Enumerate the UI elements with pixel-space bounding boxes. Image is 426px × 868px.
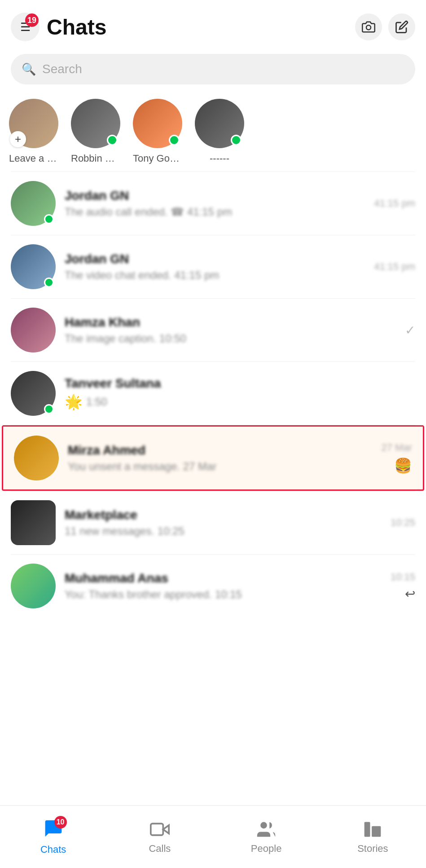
- chat-avatar-4: [11, 371, 56, 416]
- chat-avatar-1: [11, 181, 56, 226]
- nav-item-chats[interactable]: 10 Chats: [0, 806, 106, 868]
- reply-icon-7: ↩: [405, 586, 415, 601]
- chat-info-2: Jordan GN The video chat ended. 41:15 pm: [65, 252, 365, 282]
- story-avatar-wrap-2: [71, 99, 120, 148]
- chat-list: Jordan GN The audio call ended. ☎ 41:15 …: [0, 172, 426, 617]
- chat-name-4: Tanveer Sultana: [65, 376, 415, 391]
- chat-info-4: Tanveer Sultana 🌟 1:50: [65, 376, 415, 410]
- online-dot-2: [44, 278, 54, 287]
- nav-item-calls[interactable]: Calls: [106, 806, 213, 868]
- chat-meta-6: 10:25: [391, 517, 415, 529]
- chat-item-5[interactable]: Mirza Ahmed You unsent a message. 27 Mar…: [2, 425, 424, 491]
- header: ☰ 19 Chats: [0, 0, 426, 48]
- chat-info-6: Marketplace 11 new messages. 10:25: [65, 508, 382, 538]
- story-label-2: Robbin Cha...: [71, 153, 120, 164]
- chat-name-7: Muhammad Anas: [65, 571, 382, 586]
- chat-avatar-7: [11, 564, 56, 608]
- search-placeholder: Search: [42, 62, 82, 76]
- story-avatar-wrap-3: [133, 99, 182, 148]
- search-bar[interactable]: 🔍 Search: [11, 54, 415, 84]
- story-item-2[interactable]: Robbin Cha...: [71, 99, 120, 164]
- chat-avatar-6: [11, 500, 56, 545]
- calls-nav-icon: [150, 820, 170, 839]
- chat-info-1: Jordan GN The audio call ended. ☎ 41:15 …: [65, 189, 365, 218]
- chats-nav-label: Chats: [40, 844, 66, 855]
- notification-badge: 19: [25, 13, 39, 27]
- compose-icon: [395, 20, 408, 34]
- chat-item-7[interactable]: Muhammad Anas You: Thanks brother approv…: [0, 555, 426, 617]
- chat-preview-4: 1:50: [86, 396, 107, 408]
- people-nav-label: People: [251, 843, 282, 855]
- svg-rect-4: [365, 822, 370, 837]
- bottom-nav: 10 Chats Calls People Stories: [0, 805, 426, 868]
- add-story-button[interactable]: +: [10, 131, 26, 147]
- search-icon: 🔍: [22, 62, 36, 76]
- stories-nav-icon: [363, 820, 382, 839]
- chat-meta-1: 41:15 pm: [374, 198, 415, 209]
- chat-preview-7: You: Thanks brother approved. 10:15: [65, 588, 382, 601]
- chat-preview-5: You unsent a message. 27 Mar: [68, 460, 373, 473]
- chat-item-1[interactable]: Jordan GN The audio call ended. ☎ 41:15 …: [0, 172, 426, 235]
- camera-button[interactable]: [355, 13, 382, 40]
- chat-info-5: Mirza Ahmed You unsent a message. 27 Mar: [68, 443, 373, 473]
- chat-preview-6: 11 new messages. 10:25: [65, 525, 382, 538]
- svg-point-3: [260, 822, 267, 828]
- read-receipt-icon-3: ✓: [405, 323, 415, 338]
- chat-info-3: Hamza Khan The image caption. 10:50: [65, 315, 396, 345]
- compose-button[interactable]: [388, 13, 415, 40]
- story-item-3[interactable]: Tony Gonza...: [133, 99, 182, 164]
- chat-item-4[interactable]: Tanveer Sultana 🌟 1:50: [0, 362, 426, 425]
- nav-item-stories[interactable]: Stories: [320, 806, 426, 868]
- chat-avatar-2: [11, 244, 56, 289]
- chat-preview-2: The video chat ended. 41:15 pm: [65, 269, 365, 282]
- online-indicator-2: [107, 135, 118, 145]
- chat-time-6: 10:25: [391, 517, 415, 529]
- story-label-4: ------: [210, 153, 229, 164]
- svg-rect-5: [372, 826, 381, 837]
- svg-rect-2: [151, 824, 163, 835]
- people-nav-icon: [256, 820, 276, 839]
- chat-meta-5: 27 Mar 🍔: [382, 442, 412, 474]
- chats-nav-icon-wrap: 10: [44, 819, 63, 840]
- chat-meta-7: 10:15 ↩: [391, 571, 415, 601]
- chat-time-7: 10:15: [391, 571, 415, 583]
- chat-meta-2: 41:15 pm: [374, 261, 415, 273]
- search-container: 🔍 Search: [0, 48, 426, 93]
- chat-avatar-5: [14, 436, 59, 480]
- chat-time-1: 41:15 pm: [374, 198, 415, 209]
- chat-emoji-4: 🌟: [65, 393, 83, 410]
- story-avatar-wrap-4: [195, 99, 244, 148]
- chat-item-6[interactable]: Marketplace 11 new messages. 10:25 10:25: [0, 491, 426, 554]
- stories-nav-label: Stories: [357, 843, 388, 855]
- chat-item-3[interactable]: Hamza Khan The image caption. 10:50 ✓: [0, 299, 426, 361]
- nav-item-people[interactable]: People: [213, 806, 320, 868]
- chat-name-6: Marketplace: [65, 508, 382, 522]
- story-item-4[interactable]: ------: [195, 99, 244, 164]
- header-actions: [355, 13, 415, 40]
- chat-meta-3: ✓: [405, 323, 415, 338]
- menu-button[interactable]: ☰ 19: [11, 13, 40, 41]
- online-dot-1: [44, 214, 54, 224]
- chat-name-3: Hamza Khan: [65, 315, 396, 330]
- avatar-circle-7: [11, 564, 56, 608]
- chat-time-2: 41:15 pm: [374, 261, 415, 273]
- avatar-circle-6: [11, 500, 56, 545]
- chat-name-2: Jordan GN: [65, 252, 365, 266]
- online-dot-4: [44, 404, 54, 414]
- avatar-circle-3: [11, 308, 56, 352]
- chat-preview-3: The image caption. 10:50: [65, 332, 396, 345]
- my-story-item[interactable]: + Leave a note: [9, 99, 58, 164]
- chat-name-1: Jordan GN: [65, 189, 365, 203]
- chat-info-7: Muhammad Anas You: Thanks brother approv…: [65, 571, 382, 601]
- chats-nav-badge: 10: [54, 816, 67, 828]
- story-label-3: Tony Gonza...: [133, 153, 182, 164]
- online-indicator-3: [169, 135, 180, 145]
- svg-marker-1: [163, 825, 169, 833]
- chat-preview-1: The audio call ended. ☎ 41:15 pm: [65, 206, 365, 218]
- svg-point-0: [366, 25, 371, 30]
- chat-item-2[interactable]: Jordan GN The video chat ended. 41:15 pm…: [0, 235, 426, 298]
- online-indicator-4: [231, 135, 242, 145]
- reply-emoji-5: 🍔: [394, 457, 412, 474]
- chat-name-5: Mirza Ahmed: [68, 443, 373, 458]
- calls-nav-label: Calls: [149, 843, 171, 855]
